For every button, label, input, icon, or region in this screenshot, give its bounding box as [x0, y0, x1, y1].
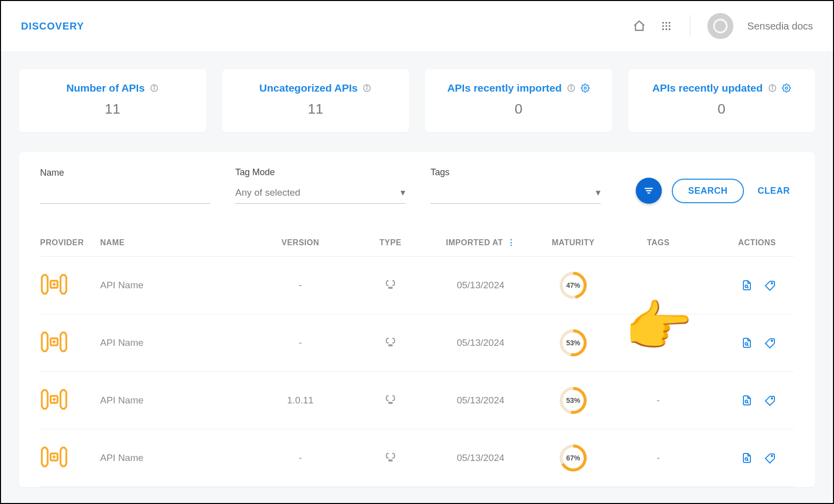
col-version[interactable]: VERSION: [250, 238, 350, 247]
svg-point-45: [745, 400, 748, 403]
col-imported-at[interactable]: IMPORTED AT ⋮: [431, 238, 531, 247]
type-icon: [383, 335, 397, 351]
view-details-icon[interactable]: [741, 279, 753, 291]
stat-label: Uncategorized APIs: [259, 82, 357, 94]
name-label: Name: [40, 168, 210, 178]
maturity-donut: 53%: [560, 329, 587, 356]
cell-tags: -: [616, 452, 701, 463]
svg-point-51: [390, 459, 391, 460]
svg-point-2: [668, 22, 670, 24]
svg-point-7: [665, 29, 667, 31]
more-columns-icon[interactable]: ⋮: [507, 238, 516, 247]
cell-type: [350, 392, 431, 409]
tagmode-select[interactable]: Any of selected ▾: [235, 184, 405, 204]
app-header: DISCOVERY Sensedia docs: [1, 1, 833, 51]
cell-tags: -: [616, 337, 701, 348]
svg-line-53: [747, 460, 748, 461]
svg-line-32: [747, 287, 748, 288]
svg-point-30: [390, 287, 391, 288]
info-icon[interactable]: [768, 84, 777, 93]
tag-icon[interactable]: [764, 337, 776, 349]
table-row[interactable]: API Name1.0.1105/13/202453%-: [40, 372, 794, 429]
col-maturity[interactable]: MATURITY: [531, 238, 616, 247]
cell-provider: [40, 330, 100, 356]
stat-label: Number of APIs: [66, 82, 145, 94]
view-details-icon[interactable]: [741, 337, 753, 349]
svg-point-37: [390, 344, 391, 345]
stat-number-of-apis: Number of APIs 11: [19, 69, 206, 132]
table-header: PROVIDER NAME VERSION TYPE IMPORTED AT ⋮…: [40, 229, 794, 257]
cell-imported-at: 05/13/2024: [431, 452, 531, 463]
cell-name: API Name: [100, 280, 250, 291]
cell-version: -: [250, 452, 350, 463]
cell-maturity: 67%: [531, 444, 616, 471]
svg-point-1: [665, 22, 667, 24]
filter-toggle-button[interactable]: [636, 178, 662, 204]
avatar[interactable]: [707, 13, 733, 39]
stat-recently-updated: APIs recently updated 0: [628, 69, 815, 132]
provider-icon: [40, 330, 68, 356]
name-input[interactable]: [40, 184, 210, 204]
svg-point-31: [745, 285, 748, 288]
page-title: DISCOVERY: [21, 21, 84, 32]
table-row[interactable]: API Name-05/13/202467%-: [40, 429, 794, 487]
type-icon: [383, 392, 397, 409]
svg-point-8: [668, 29, 670, 31]
cell-name: API Name: [100, 452, 250, 463]
provider-icon: [40, 445, 68, 471]
col-actions: ACTIONS: [701, 238, 776, 247]
tag-icon[interactable]: [764, 452, 776, 464]
stat-label: APIs recently imported: [447, 82, 562, 94]
clear-button[interactable]: CLEAR: [754, 180, 794, 202]
apps-grid-icon[interactable]: [660, 20, 673, 33]
table-row[interactable]: API Name-05/13/202447%: [40, 257, 794, 314]
svg-point-12: [154, 86, 155, 87]
svg-line-39: [747, 345, 748, 346]
cell-maturity: 53%: [531, 329, 616, 356]
tag-icon[interactable]: [764, 394, 776, 406]
info-icon[interactable]: [567, 84, 576, 93]
tagmode-field: Tag Mode Any of selected ▾: [235, 167, 405, 204]
stat-recently-imported: APIs recently imported 0: [425, 69, 612, 132]
cell-type: [350, 335, 431, 351]
maturity-donut: 67%: [560, 444, 587, 471]
home-icon[interactable]: [633, 20, 646, 33]
stat-value: 11: [232, 101, 399, 117]
svg-point-23: [785, 87, 787, 90]
cell-name: API Name: [100, 337, 250, 348]
cell-actions: [701, 279, 776, 291]
view-details-icon[interactable]: [741, 394, 753, 406]
stat-value: 11: [29, 101, 196, 117]
col-provider: PROVIDER: [40, 238, 100, 247]
gear-icon[interactable]: [782, 84, 791, 93]
view-details-icon[interactable]: [741, 452, 753, 464]
user-name[interactable]: Sensedia docs: [747, 21, 813, 32]
tag-icon[interactable]: [764, 279, 776, 291]
col-name[interactable]: NAME: [100, 238, 250, 247]
tags-select[interactable]: ▾: [431, 184, 601, 204]
table-row[interactable]: API Name-05/13/202453%-: [40, 314, 794, 372]
cell-actions: [701, 394, 776, 406]
stat-label: APIs recently updated: [652, 82, 763, 94]
cell-version: 1.0.11: [250, 395, 350, 406]
svg-point-18: [571, 86, 572, 87]
svg-point-44: [390, 402, 391, 403]
chevron-down-icon: ▾: [400, 187, 405, 198]
search-button[interactable]: SEARCH: [672, 179, 743, 203]
gear-icon[interactable]: [581, 84, 590, 93]
info-icon[interactable]: [150, 84, 159, 93]
col-tags[interactable]: TAGS: [616, 238, 701, 247]
tagmode-label: Tag Mode: [235, 167, 405, 178]
tagmode-value: Any of selected: [235, 187, 300, 198]
type-icon: [383, 277, 397, 294]
cell-type: [350, 277, 431, 294]
cell-actions: [701, 337, 776, 349]
cell-type: [350, 450, 431, 466]
cell-maturity: 53%: [531, 387, 616, 414]
info-icon[interactable]: [362, 84, 371, 93]
col-type[interactable]: TYPE: [350, 238, 431, 247]
stat-value: 0: [435, 101, 602, 117]
svg-point-38: [745, 343, 748, 345]
svg-point-40: [771, 340, 773, 342]
header-actions: Sensedia docs: [633, 13, 813, 39]
